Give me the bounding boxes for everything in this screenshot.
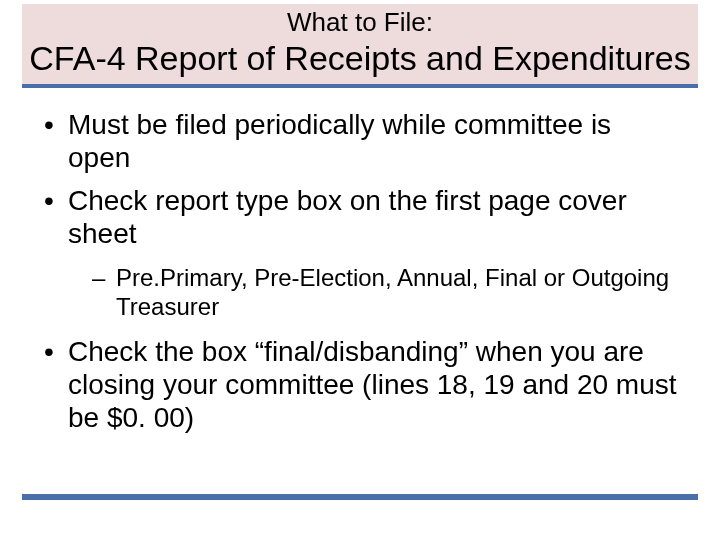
title-band: What to File: CFA-4 Report of Receipts a…: [22, 4, 698, 88]
bullet-item: Must be filed periodically while committ…: [40, 108, 680, 174]
bullet-list: Must be filed periodically while committ…: [40, 108, 680, 435]
bullet-item: Check report type box on the first page …: [40, 184, 680, 322]
sub-bullet-item: Pre.Primary, Pre-Election, Annual, Final…: [92, 264, 680, 322]
bullet-item: Check the box “final/disbanding” when yo…: [40, 335, 680, 434]
sub-bullet-list: Pre.Primary, Pre-Election, Annual, Final…: [68, 264, 680, 322]
slide-body: Must be filed periodically while committ…: [0, 88, 720, 435]
title-big: CFA-4 Report of Receipts and Expenditure…: [22, 39, 698, 78]
slide: What to File: CFA-4 Report of Receipts a…: [0, 4, 720, 540]
bottom-rule: [22, 494, 698, 500]
title-small: What to File:: [22, 8, 698, 37]
bullet-text: Check report type box on the first page …: [68, 185, 627, 249]
